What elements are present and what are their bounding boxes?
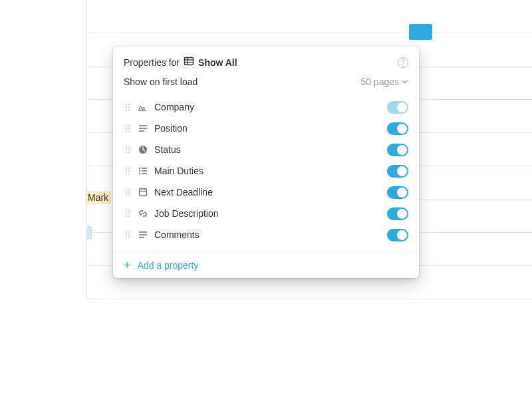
svg-point-43 <box>126 192 127 193</box>
panel-header: Properties for Show All ? <box>113 47 419 72</box>
visibility-toggle[interactable] <box>387 186 408 199</box>
drag-handle-icon[interactable] <box>124 145 132 154</box>
svg-point-41 <box>126 189 127 190</box>
svg-point-16 <box>128 128 130 129</box>
visibility-toggle[interactable] <box>387 165 408 178</box>
svg-point-51 <box>126 210 127 211</box>
svg-point-46 <box>128 194 130 196</box>
property-label: Comments <box>154 229 382 240</box>
svg-point-26 <box>126 152 127 153</box>
background-tag-partial: Mark <box>85 191 111 204</box>
lines-property-icon <box>137 123 149 134</box>
text-property-icon: Aa <box>137 102 149 112</box>
svg-point-30 <box>128 168 130 169</box>
svg-point-53 <box>126 213 127 214</box>
panel-subheader: Show on first load 50 pages <box>113 72 419 94</box>
property-label: Status <box>154 144 382 155</box>
help-icon[interactable]: ? <box>398 57 408 68</box>
property-row[interactable]: Position <box>118 118 414 139</box>
svg-point-13 <box>126 125 127 126</box>
property-label: Main Duties <box>154 166 382 176</box>
panel-title: Properties for Show All <box>124 56 237 68</box>
property-row[interactable]: Comments <box>118 224 414 245</box>
panel-title-view-name: Show All <box>198 57 237 68</box>
visibility-toggle <box>387 101 408 114</box>
property-row[interactable]: AaCompany <box>118 96 414 118</box>
svg-point-8 <box>126 109 127 110</box>
svg-point-6 <box>126 106 127 108</box>
svg-point-32 <box>128 170 130 172</box>
svg-point-5 <box>128 104 130 105</box>
svg-point-44 <box>128 192 130 193</box>
drag-handle-icon[interactable] <box>124 230 132 239</box>
drag-handle-icon[interactable] <box>124 124 132 133</box>
svg-point-33 <box>126 173 127 174</box>
drag-handle-icon[interactable] <box>124 166 132 176</box>
plus-icon: + <box>124 259 131 271</box>
svg-point-61 <box>128 234 130 235</box>
svg-point-59 <box>128 231 130 233</box>
svg-point-4 <box>126 104 127 105</box>
svg-point-27 <box>128 152 130 153</box>
svg-text:a: a <box>142 106 145 110</box>
svg-point-54 <box>128 213 130 214</box>
status-property-icon <box>137 144 149 155</box>
pages-value: 50 pages <box>360 76 399 87</box>
date-property-icon <box>137 187 149 198</box>
add-property-button[interactable]: + Add a property <box>113 252 419 278</box>
svg-point-55 <box>126 215 127 217</box>
svg-point-35 <box>139 168 140 169</box>
svg-point-25 <box>128 149 130 150</box>
panel-title-prefix: Properties for <box>124 57 180 68</box>
visibility-toggle[interactable] <box>387 122 408 135</box>
svg-point-45 <box>126 194 127 196</box>
visibility-toggle[interactable] <box>387 229 408 241</box>
visibility-toggle[interactable] <box>387 207 408 220</box>
svg-point-9 <box>128 109 130 110</box>
pages-select[interactable]: 50 pages <box>360 76 408 87</box>
svg-point-42 <box>128 189 130 190</box>
new-button-partial[interactable] <box>409 24 432 40</box>
property-label: Job Description <box>154 208 382 219</box>
table-view-icon <box>184 56 194 68</box>
svg-point-7 <box>128 106 130 108</box>
visibility-toggle[interactable] <box>387 144 408 156</box>
property-label: Next Deadline <box>154 187 382 198</box>
property-row[interactable]: Job Description <box>118 203 414 224</box>
svg-point-58 <box>126 231 127 233</box>
svg-point-62 <box>126 237 127 238</box>
svg-point-29 <box>126 168 127 169</box>
svg-point-22 <box>126 146 127 148</box>
svg-point-34 <box>128 173 130 174</box>
svg-point-39 <box>139 173 140 174</box>
property-list: AaCompanyPositionStatusMain DutiesNext D… <box>113 94 419 252</box>
drag-handle-icon[interactable] <box>124 209 132 218</box>
chevron-down-icon <box>402 76 408 87</box>
property-label: Company <box>154 102 382 112</box>
drag-handle-icon[interactable] <box>124 102 132 112</box>
first-load-label: Show on first load <box>124 76 198 87</box>
link-property-icon <box>137 208 149 219</box>
background-cell-partial <box>86 226 92 239</box>
svg-point-56 <box>128 215 130 217</box>
drag-handle-icon[interactable] <box>124 188 132 197</box>
svg-point-15 <box>126 128 127 129</box>
svg-rect-0 <box>185 58 194 65</box>
lines-property-icon <box>137 229 149 240</box>
property-row[interactable]: Main Duties <box>118 160 414 182</box>
property-label: Position <box>154 123 382 134</box>
svg-point-23 <box>128 146 130 148</box>
property-row[interactable]: Next Deadline <box>118 182 414 203</box>
svg-point-52 <box>128 210 130 211</box>
svg-point-63 <box>128 237 130 238</box>
svg-point-37 <box>139 170 140 172</box>
properties-panel: Properties for Show All ? Show on first … <box>113 47 419 278</box>
svg-point-14 <box>128 125 130 126</box>
svg-point-31 <box>126 170 127 172</box>
svg-point-24 <box>126 149 127 150</box>
svg-point-17 <box>126 130 127 132</box>
bullets-property-icon <box>137 166 149 176</box>
property-row[interactable]: Status <box>118 139 414 160</box>
svg-rect-47 <box>140 189 147 196</box>
add-property-label: Add a property <box>138 260 199 271</box>
